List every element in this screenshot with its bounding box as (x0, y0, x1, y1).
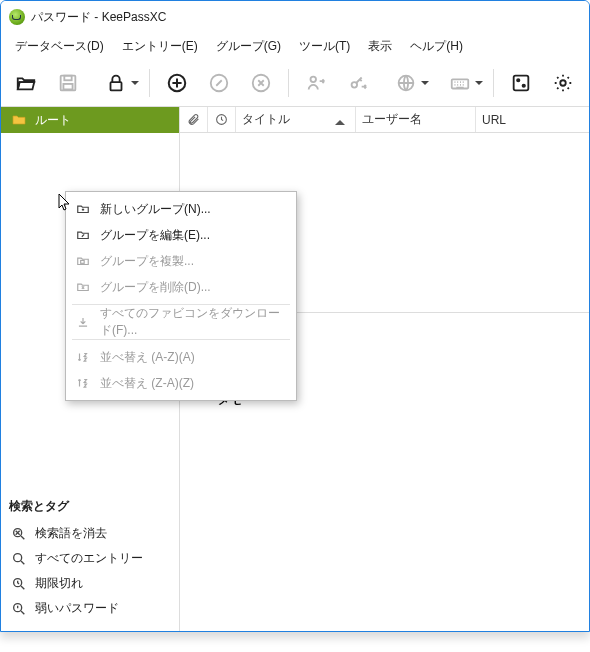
group-tree: ルート (1, 107, 179, 133)
entry-list-header: タイトル ユーザー名 URL (180, 107, 589, 133)
svg-rect-11 (514, 75, 529, 90)
titlebar: パスワード - KeePassXC (1, 1, 589, 33)
column-url-label: URL (482, 113, 506, 127)
cm-sort-za: 並べ替え (Z-A)(Z) (66, 370, 296, 396)
search-x-icon (11, 526, 27, 542)
open-button[interactable] (7, 64, 45, 102)
svg-rect-2 (63, 83, 72, 89)
svg-point-7 (311, 76, 317, 82)
toolbar (1, 59, 589, 107)
menubar: データベース(D) エントリー(E) グループ(G) ツール(T) 表示 ヘルプ… (1, 33, 589, 59)
folder-delete-icon (76, 280, 90, 294)
menu-group[interactable]: グループ(G) (208, 34, 289, 59)
chevron-down-icon (421, 81, 429, 89)
tag-expired[interactable]: 期限切れ (1, 571, 179, 596)
tag-weak-passwords[interactable]: 弱いパスワード (1, 596, 179, 621)
menu-database[interactable]: データベース(D) (7, 34, 112, 59)
search-icon (11, 551, 27, 567)
folder-edit-icon (76, 228, 90, 242)
tag-label: 期限切れ (35, 575, 83, 592)
cm-label: グループを削除(D)... (100, 279, 211, 296)
password-generator-button[interactable] (502, 64, 540, 102)
copy-username-button[interactable] (297, 64, 335, 102)
save-button[interactable] (49, 64, 87, 102)
tags-title: 検索とタグ (1, 492, 179, 521)
cm-separator (72, 339, 290, 340)
svg-rect-3 (111, 82, 122, 90)
open-url-button[interactable] (381, 64, 431, 102)
column-title[interactable]: タイトル (236, 107, 356, 132)
cm-label: すべてのファビコンをダウンロード(F)... (100, 305, 286, 339)
cm-label: 並べ替え (A-Z)(A) (100, 349, 195, 366)
key-arrow-icon (347, 72, 369, 94)
chevron-down-icon (475, 81, 483, 89)
tags-panel: 検索とタグ 検索語を消去 すべてのエントリー 期限切れ 弱いパスワード (1, 486, 179, 631)
svg-point-14 (560, 80, 566, 86)
cm-label: 並べ替え (Z-A)(Z) (100, 375, 194, 392)
column-username[interactable]: ユーザー名 (356, 107, 476, 132)
cm-label: グループを編集(E)... (100, 227, 210, 244)
cm-sort-az: 並べ替え (A-Z)(A) (66, 344, 296, 370)
menu-view[interactable]: 表示 (360, 34, 400, 59)
cm-delete-group: グループを削除(D)... (66, 274, 296, 300)
autotype-button[interactable] (435, 64, 485, 102)
menu-entry[interactable]: エントリー(E) (114, 34, 206, 59)
lock-button[interactable] (91, 64, 141, 102)
column-modified[interactable] (208, 107, 236, 132)
cm-label: グループを複製... (100, 253, 194, 270)
tag-label: すべてのエントリー (35, 550, 143, 567)
globe-icon (395, 72, 417, 94)
sort-az-icon (76, 350, 90, 364)
folder-icon (11, 112, 27, 128)
column-attachment[interactable] (180, 107, 208, 132)
save-icon (57, 72, 79, 94)
tag-label: 検索語を消去 (35, 525, 107, 542)
paperclip-icon (187, 113, 200, 126)
menu-help[interactable]: ヘルプ(H) (402, 34, 471, 59)
gear-icon (552, 72, 574, 94)
column-username-label: ユーザー名 (362, 111, 422, 128)
cm-edit-group[interactable]: グループを編集(E)... (66, 222, 296, 248)
app-window: パスワード - KeePassXC データベース(D) エントリー(E) グルー… (0, 0, 590, 632)
cm-download-favicons: すべてのファビコンをダウンロード(F)... (66, 309, 296, 335)
svg-point-16 (14, 553, 22, 561)
dice-icon (510, 72, 532, 94)
chevron-down-icon (131, 81, 139, 89)
menu-tools[interactable]: ツール(T) (291, 34, 358, 59)
svg-point-13 (523, 84, 525, 86)
lock-icon (105, 72, 127, 94)
settings-button[interactable] (544, 64, 582, 102)
keyboard-icon (449, 72, 471, 94)
shield-alert-icon (11, 601, 27, 617)
clock-alert-icon (11, 576, 27, 592)
tag-all-entries[interactable]: すべてのエントリー (1, 546, 179, 571)
tag-clear-search[interactable]: 検索語を消去 (1, 521, 179, 546)
folder-copy-icon (76, 254, 90, 268)
svg-rect-1 (64, 75, 71, 80)
x-circle-icon (250, 72, 272, 94)
download-icon (76, 315, 90, 329)
cm-new-group[interactable]: 新しいグループ(N)... (66, 196, 296, 222)
toolbar-separator (288, 69, 289, 97)
tag-label: 弱いパスワード (35, 600, 119, 617)
app-icon (9, 9, 25, 25)
user-arrow-icon (305, 72, 327, 94)
add-entry-button[interactable] (158, 64, 196, 102)
toolbar-separator (493, 69, 494, 97)
folder-open-icon (15, 72, 37, 94)
copy-password-button[interactable] (339, 64, 377, 102)
sort-asc-icon (335, 115, 345, 125)
cm-label: 新しいグループ(N)... (100, 201, 211, 218)
folder-plus-icon (76, 202, 90, 216)
svg-rect-20 (81, 260, 85, 263)
delete-entry-button[interactable] (242, 64, 280, 102)
pencil-circle-icon (208, 72, 230, 94)
column-url[interactable]: URL (476, 107, 589, 132)
svg-point-12 (517, 79, 519, 81)
edit-entry-button[interactable] (200, 64, 238, 102)
tree-root-item[interactable]: ルート (1, 107, 179, 133)
plus-circle-icon (166, 72, 188, 94)
clock-icon (215, 113, 228, 126)
window-title: パスワード - KeePassXC (31, 9, 166, 26)
sort-za-icon (76, 376, 90, 390)
